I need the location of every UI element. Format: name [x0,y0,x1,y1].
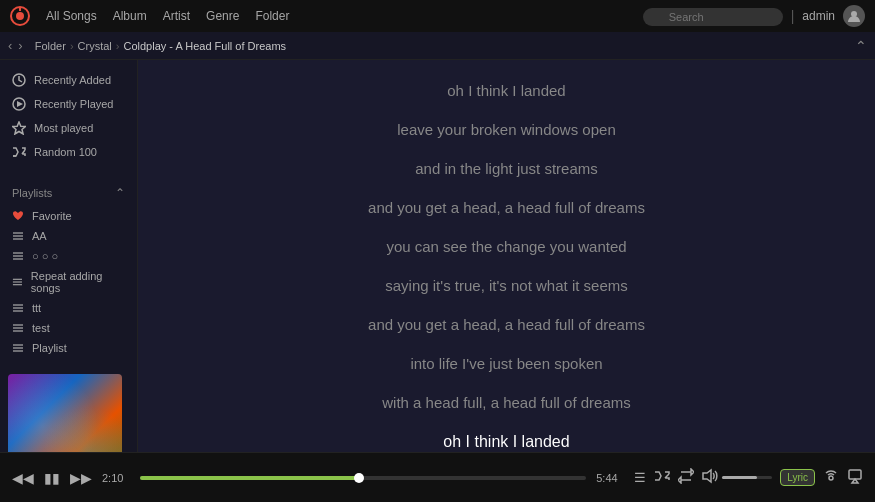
admin-label: admin [802,9,835,23]
lyric-line-6: and you get a head, a head full of dream… [178,314,835,335]
sidebar: Recently Added Recently Played Most play… [0,60,138,452]
progress-container [140,476,586,480]
pause-button[interactable]: ▮▮ [44,470,60,486]
nav-album[interactable]: Album [113,9,147,23]
progress-bar[interactable] [140,476,586,480]
back-button[interactable]: ‹ [8,38,12,53]
player-controls: ◀◀ ▮▮ ▶▶ [12,470,92,486]
breadcrumb-current: Coldplay - A Head Full of Dreams [123,40,286,52]
breadcrumb-sep-1: › [70,40,74,52]
lyric-badge[interactable]: Lyric [780,469,815,486]
shuffle-button[interactable] [654,468,670,487]
playlist-item-favorite[interactable]: Favorite [0,206,137,226]
playlist-item-dots[interactable]: ○ ○ ○ [0,246,137,266]
svg-marker-26 [703,470,711,482]
lyric-line-1: leave your broken windows open [178,119,835,140]
player-bar: ◀◀ ▮▮ ▶▶ 2:10 5:44 ☰ Lyric [0,452,875,502]
expand-button[interactable]: ⌃ [855,38,867,54]
lyric-line-2: and in the light just streams [178,158,835,179]
broadcast-icon [823,468,839,484]
album-art [8,374,122,452]
nav-folder[interactable]: Folder [255,9,289,23]
volume-button[interactable] [702,468,718,487]
list-icon-6 [12,342,24,354]
playlists-header: Playlists ⌃ [0,180,137,206]
sidebar-item-recently-played[interactable]: Recently Played [0,92,137,116]
lyric-line-8: with a head full, a head full of dreams [178,392,835,413]
sidebar-library: Recently Added Recently Played Most play… [0,60,137,172]
player-right-controls: ☰ Lyric [634,468,863,487]
sidebar-item-random[interactable]: Random 100 [0,140,137,164]
repeat-icon [678,468,694,484]
avatar [843,5,865,27]
app-logo [10,6,30,26]
playlist-item-test[interactable]: test [0,318,137,338]
playlist-item-aa[interactable]: AA [0,226,137,246]
breadcrumb-folder[interactable]: Folder [35,40,66,52]
content-area: oh I think I landed leave your broken wi… [138,60,875,452]
playlist-item-repeat[interactable]: Repeat adding songs [0,266,137,298]
svg-rect-28 [849,470,861,479]
breadcrumb-crystal[interactable]: Crystal [78,40,112,52]
lyric-line-3: and you get a head, a head full of dream… [178,197,835,218]
shuffle-icon [12,145,26,159]
menu-button[interactable]: ☰ [634,470,646,485]
logo-icon [10,6,30,26]
shuffle-icon [654,468,670,484]
main-area: Recently Added Recently Played Most play… [0,60,875,452]
nav-genre[interactable]: Genre [206,9,239,23]
svg-point-27 [829,476,833,480]
playlists-toggle[interactable]: ⌃ [115,186,125,200]
volume-icon [702,468,718,484]
heart-icon [12,210,24,222]
svg-marker-7 [13,122,26,134]
playlist-item-playlist[interactable]: Playlist [0,338,137,358]
lyric-line-4: you can see the change you wanted [178,236,835,257]
list-icon-5 [12,322,24,334]
sidebar-item-recently-added[interactable]: Recently Added [0,68,137,92]
prev-button[interactable]: ◀◀ [12,470,34,486]
time-total: 5:44 [596,472,624,484]
lyrics-container: oh I think I landed leave your broken wi… [178,80,835,452]
top-nav: All Songs Album Artist Genre Folder 🔍 | … [0,0,875,32]
progress-fill [140,476,359,480]
playlist-item-ttt[interactable]: ttt [0,298,137,318]
album-art-section: A Head Full of Dreams Coldplay ✏️ 🗑 [0,366,137,452]
divider-icon: | [791,8,795,24]
star-icon [12,121,26,135]
airplay-icon [847,468,863,484]
broadcast-button[interactable] [823,468,839,487]
time-current: 2:10 [102,472,130,484]
playlists-label: Playlists [12,187,52,199]
breadcrumb-sep-2: › [116,40,120,52]
lyric-line-5: saying it's true, it's not what it seems [178,275,835,296]
svg-point-1 [16,12,24,20]
lyric-line-0: oh I think I landed [178,80,835,101]
airplay-button[interactable] [847,468,863,487]
volume-control [702,468,772,487]
next-button[interactable]: ▶▶ [70,470,92,486]
breadcrumb-nav: ‹ › [8,38,23,53]
progress-thumb [354,473,364,483]
forward-button[interactable]: › [18,38,22,53]
sidebar-item-most-played[interactable]: Most played [0,116,137,140]
repeat-button[interactable] [678,468,694,487]
list-icon-4 [12,302,24,314]
clock-icon [12,73,26,87]
nav-all-songs[interactable]: All Songs [46,9,97,23]
volume-bar[interactable] [722,476,772,479]
lyric-line-9: oh I think I landed [178,431,835,452]
list-icon-2 [12,250,24,262]
lyric-line-7: into life I've just been spoken [178,353,835,374]
volume-fill [722,476,757,479]
breadcrumb: ‹ › Folder › Crystal › Coldplay - A Head… [0,32,875,60]
search-input[interactable] [643,8,783,26]
nav-links: All Songs Album Artist Genre Folder [46,9,627,23]
list-icon-3 [12,276,23,288]
svg-marker-6 [17,101,23,107]
play-circle-icon [12,97,26,111]
list-icon [12,230,24,242]
nav-artist[interactable]: Artist [163,9,190,23]
search-wrapper: 🔍 [643,7,783,26]
nav-right: 🔍 | admin [643,5,865,27]
